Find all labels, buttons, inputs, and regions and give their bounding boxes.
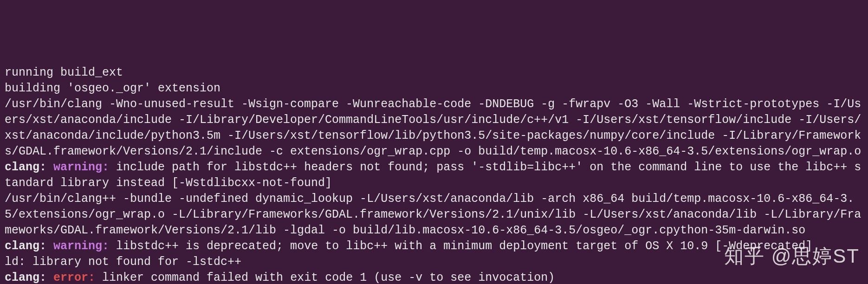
segment-text: libstdc++ is deprecated; move to libc++ …: [116, 239, 812, 253]
segment-clang-src: clang:: [5, 239, 53, 253]
segment-text: ld: library not found for -lstdc++: [5, 255, 241, 269]
terminal-line: /usr/bin/clang -Wno-unused-result -Wsign…: [5, 97, 863, 160]
terminal-output: running build_extbuilding 'osgeo._ogr' e…: [5, 65, 863, 284]
segment-text: running build_ext: [5, 66, 123, 79]
segment-text: building 'osgeo._ogr' extension: [5, 82, 220, 95]
terminal-line: running build_ext: [5, 65, 863, 81]
terminal-line: clang: warning: include path for libstdc…: [5, 160, 863, 191]
segment-text: /usr/bin/clang -Wno-unused-result -Wsign…: [5, 97, 861, 158]
segment-err: error:: [53, 271, 102, 284]
terminal-line: ld: library not found for -lstdc++: [5, 254, 863, 270]
segment-clang-src: clang:: [5, 161, 53, 174]
segment-clang-src: clang:: [5, 271, 53, 284]
terminal-line: clang: error: linker command failed with…: [5, 270, 863, 284]
segment-text: /usr/bin/clang++ -bundle -undefined dyna…: [5, 192, 861, 237]
segment-warn: warning:: [53, 161, 116, 174]
segment-warn: warning:: [53, 239, 116, 253]
segment-text: linker command failed with exit code 1 (…: [102, 271, 555, 284]
segment-text: include path for libstdc++ headers not f…: [5, 161, 861, 190]
terminal-line: clang: warning: libstdc++ is deprecated;…: [5, 239, 863, 254]
terminal-line: building 'osgeo._ogr' extension: [5, 81, 863, 97]
terminal-line: /usr/bin/clang++ -bundle -undefined dyna…: [5, 191, 863, 239]
